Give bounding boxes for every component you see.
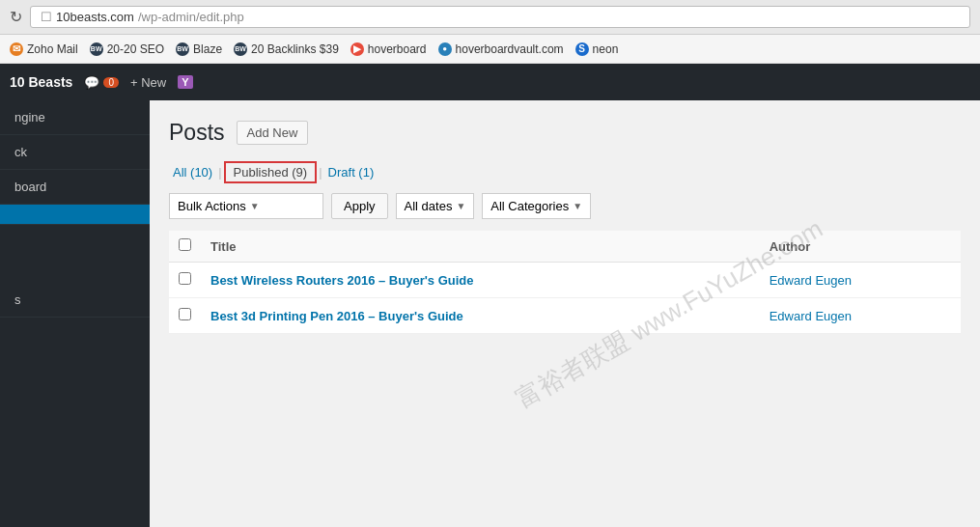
- posts-table: Title Author Best Wireless Routers 2016 …: [169, 231, 961, 334]
- sidebar-label: board: [14, 180, 46, 194]
- bookmark-hoverboard[interactable]: ▶ hoverboard: [350, 42, 427, 56]
- sidebar-label: ck: [14, 145, 27, 159]
- dates-filter[interactable]: All dates ▼: [396, 193, 475, 219]
- sidebar-item-active[interactable]: [0, 205, 150, 225]
- dates-arrow: ▼: [456, 201, 465, 211]
- row2-author-cell: Edward Eugen: [760, 298, 961, 334]
- sidebar-item-ck[interactable]: ck: [0, 135, 150, 170]
- new-button[interactable]: + New: [130, 75, 166, 90]
- tab-draft[interactable]: Draft (1): [324, 163, 378, 181]
- bookmark-blaze[interactable]: BW Blaze: [176, 42, 222, 56]
- dates-label: All dates: [405, 199, 453, 213]
- bookmark-20-backlinks[interactable]: BW 20 Backlinks $39: [234, 42, 339, 56]
- categories-filter[interactable]: All Categories ▼: [482, 193, 591, 219]
- select-all-checkbox[interactable]: [179, 238, 191, 251]
- bookmark-label: Blaze: [193, 42, 222, 56]
- wp-sidebar: ngine ck board s: [0, 100, 150, 527]
- filter-tabs: All (10) | Published (9) | Draft (1): [169, 161, 961, 183]
- wp-admin-bar: 10 Beasts 💬 0 + New Y: [0, 64, 980, 100]
- col-title: Title: [201, 231, 760, 263]
- sidebar-label: ngine: [14, 110, 45, 125]
- categories-arrow: ▼: [573, 201, 582, 211]
- bookmark-label: 20 Backlinks $39: [251, 42, 339, 56]
- 20-backlinks-icon: BW: [234, 42, 247, 56]
- tab-sep-1: |: [218, 165, 221, 180]
- row2-checkbox[interactable]: [179, 308, 191, 320]
- table-row: Best Wireless Routers 2016 – Buyer's Gui…: [169, 263, 961, 298]
- bookmark-zoho-mail[interactable]: ✉ Zoho Mail: [10, 42, 78, 56]
- yoast-icon: Y: [178, 75, 192, 89]
- hoverboard-icon: ▶: [350, 42, 364, 56]
- tab-published[interactable]: Published (9): [224, 161, 318, 183]
- bookmark-label: Zoho Mail: [27, 42, 78, 56]
- browser-chrome: ↻ ☐ 10beasts.com/wp-admin/edit.php: [0, 0, 980, 35]
- comment-count: 0: [103, 77, 119, 88]
- yoast-button[interactable]: Y: [178, 75, 192, 89]
- categories-label: All Categories: [490, 199, 569, 213]
- bookmarks-bar: ✉ Zoho Mail BW 20-20 SEO BW Blaze BW 20 …: [0, 35, 980, 64]
- 20-20-seo-icon: BW: [90, 42, 103, 56]
- wp-content: 富裕者联盟 www.FuYuZhe.com Posts Add New All …: [150, 100, 980, 527]
- row1-title-cell: Best Wireless Routers 2016 – Buyer's Gui…: [201, 263, 760, 298]
- site-name[interactable]: 10 Beasts: [10, 74, 72, 90]
- bookmark-label: hoverboard: [368, 42, 427, 56]
- tab-sep-2: |: [319, 165, 322, 180]
- sidebar-item-engine[interactable]: ngine: [0, 100, 150, 135]
- col-author: Author: [760, 231, 961, 263]
- neon-icon: S: [575, 42, 589, 56]
- sidebar-item-s[interactable]: s: [0, 283, 150, 318]
- row1-checkbox[interactable]: [179, 272, 191, 285]
- comments-button[interactable]: 💬 0: [84, 75, 119, 90]
- sidebar-label: s: [14, 292, 21, 307]
- row2-title-link[interactable]: Best 3d Printing Pen 2016 – Buyer's Guid…: [210, 309, 463, 323]
- comment-icon: 💬: [84, 75, 99, 90]
- col-checkbox: [169, 231, 201, 263]
- page-header: Posts Add New: [169, 120, 961, 146]
- table-header-row: Title Author: [169, 231, 961, 263]
- row1-author-cell: Edward Eugen: [760, 263, 961, 298]
- row2-author[interactable]: Edward Eugen: [770, 309, 852, 323]
- row1-checkbox-cell: [169, 263, 201, 298]
- wp-layout: ngine ck board s 富裕者联盟 www.FuYuZhe.com P…: [0, 100, 980, 527]
- blaze-icon: BW: [176, 42, 189, 56]
- zoho-mail-icon: ✉: [10, 42, 23, 56]
- row2-title-cell: Best 3d Printing Pen 2016 – Buyer's Guid…: [201, 298, 760, 334]
- tab-all[interactable]: All (10): [169, 163, 216, 181]
- sidebar-item-board[interactable]: board: [0, 170, 150, 205]
- page-icon: ☐: [41, 10, 52, 24]
- url-path: /wp-admin/edit.php: [138, 10, 244, 24]
- refresh-button[interactable]: ↻: [10, 8, 22, 26]
- bulk-actions-bar: Bulk Actions ▼ Apply All dates ▼ All Cat…: [169, 193, 961, 219]
- bookmark-label: hoverboardvault.com: [456, 42, 564, 56]
- bookmark-20-20-seo[interactable]: BW 20-20 SEO: [90, 42, 164, 56]
- new-label: + New: [130, 75, 166, 90]
- page-title: Posts: [169, 120, 225, 146]
- table-row: Best 3d Printing Pen 2016 – Buyer's Guid…: [169, 298, 961, 334]
- row1-title-link[interactable]: Best Wireless Routers 2016 – Buyer's Gui…: [210, 273, 473, 288]
- hoverboardvault-icon: ●: [438, 42, 452, 56]
- bulk-actions-label: Bulk Actions: [178, 199, 246, 213]
- bookmark-hoverboardvault[interactable]: ● hoverboardvault.com: [438, 42, 564, 56]
- bookmark-label: 20-20 SEO: [107, 42, 164, 56]
- bulk-actions-select[interactable]: Bulk Actions ▼: [169, 193, 323, 219]
- url-domain: 10beasts.com: [56, 10, 134, 24]
- bookmark-label: neon: [593, 42, 619, 56]
- row1-author[interactable]: Edward Eugen: [770, 273, 852, 288]
- apply-button[interactable]: Apply: [331, 193, 388, 219]
- bulk-actions-arrow: ▼: [250, 201, 260, 211]
- address-bar[interactable]: ☐ 10beasts.com/wp-admin/edit.php: [30, 6, 970, 28]
- row2-checkbox-cell: [169, 298, 201, 334]
- bookmark-neon[interactable]: S neon: [575, 42, 619, 56]
- add-new-button[interactable]: Add New: [237, 121, 309, 145]
